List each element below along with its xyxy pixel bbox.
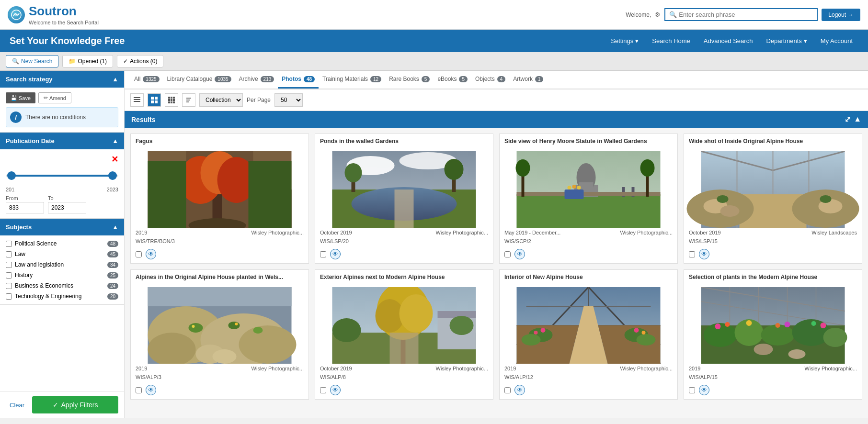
logout-arrow-icon: → xyxy=(848,11,854,18)
nav-settings[interactable]: Settings ▾ xyxy=(605,34,644,47)
photo-checkbox-6[interactable] xyxy=(320,387,326,393)
results-header: Results ⤢ ▲ xyxy=(125,111,868,128)
subject-label-technology: Technology & Engineering xyxy=(15,293,104,300)
photo-eye-button-7[interactable]: 👁 xyxy=(514,385,525,395)
sort-select[interactable]: Collection xyxy=(199,93,243,107)
photo-checkbox-3[interactable] xyxy=(504,251,511,257)
collapse-icon-3: ▲ xyxy=(112,223,118,231)
save-amend-row: 💾 Save ✏ Amend xyxy=(6,92,118,103)
actions-button[interactable]: ✓ Actions (0) xyxy=(117,55,163,67)
tab-library-catalogue[interactable]: Library Catalogue 1035 xyxy=(163,71,235,89)
svg-point-81 xyxy=(192,325,195,328)
photo-eye-button-5[interactable]: 👁 xyxy=(146,385,156,395)
subject-item-history: History 25 xyxy=(6,270,118,280)
subjects-list: Political Science 48 Law 45 Law and legi… xyxy=(0,235,124,304)
new-search-button[interactable]: 🔍 New Search xyxy=(6,55,58,67)
save-button[interactable]: 💾 Save xyxy=(6,92,35,103)
nav-search-home[interactable]: Search Home xyxy=(646,34,696,47)
view-list-button[interactable] xyxy=(130,93,144,107)
subject-count-history: 25 xyxy=(107,272,118,279)
tab-artwork[interactable]: Artwork 1 xyxy=(509,71,547,89)
subject-checkbox-political-science[interactable] xyxy=(6,241,12,247)
main-layout: Search strategy ▲ 💾 Save ✏ Amend i The xyxy=(0,71,868,418)
view-grid-2-button[interactable] xyxy=(148,93,161,107)
perpage-select[interactable]: 50 25 100 xyxy=(274,93,303,107)
svg-rect-48 xyxy=(517,192,661,196)
photo-eye-button-4[interactable]: 👁 xyxy=(699,249,709,259)
tab-archive[interactable]: Archive 213 xyxy=(235,71,278,89)
svg-point-78 xyxy=(189,323,203,333)
svg-rect-53 xyxy=(565,190,584,199)
tab-training-materials[interactable]: Training Materials 12 xyxy=(319,71,385,89)
top-search-box: 🔍 xyxy=(664,8,818,21)
photo-actions-1: 👁 xyxy=(131,247,308,263)
date-to-group: To xyxy=(48,195,86,213)
perpage-label: Per Page xyxy=(247,97,271,103)
photo-card-title-5: Alpines in the Original Alpine House pla… xyxy=(131,270,308,287)
photo-checkbox-2[interactable] xyxy=(320,251,326,257)
search-input[interactable] xyxy=(679,11,813,18)
subject-checkbox-law-legislation[interactable] xyxy=(6,262,12,268)
photo-checkbox-8[interactable] xyxy=(689,387,695,393)
photo-checkbox-4[interactable] xyxy=(689,251,695,257)
slider-thumb-left[interactable] xyxy=(7,171,16,180)
opened-button[interactable]: 📁 Opened (1) xyxy=(62,55,113,67)
expand-icon[interactable]: ⤢ xyxy=(845,115,851,124)
pub-date-header[interactable]: Publication Date ▲ xyxy=(0,133,124,149)
slider-thumb-right[interactable] xyxy=(108,171,117,180)
date-range-slider[interactable] xyxy=(6,168,118,183)
settings-gear-icon[interactable]: ⚙ xyxy=(655,11,661,18)
tab-rare-books[interactable]: Rare Books 5 xyxy=(385,71,434,89)
subjects-header[interactable]: Subjects ▲ xyxy=(0,219,124,235)
nav-advanced-search[interactable]: Advanced Search xyxy=(698,34,759,47)
photo-eye-button-6[interactable]: 👁 xyxy=(330,385,341,395)
photo-checkbox-7[interactable] xyxy=(504,387,511,393)
photo-meta-6: October 2019 Wisley Photographic... xyxy=(315,364,493,373)
photo-eye-button-3[interactable]: 👁 xyxy=(514,249,525,259)
apply-filters-button[interactable]: ✓ Apply Filters xyxy=(32,396,118,413)
tab-objects[interactable]: Objects 4 xyxy=(471,71,509,89)
subject-checkbox-history[interactable] xyxy=(6,272,12,279)
from-label: From xyxy=(6,195,44,201)
photo-actions-8: 👁 xyxy=(684,383,862,399)
collapse-results-icon[interactable]: ▲ xyxy=(854,115,861,124)
photo-checkbox-1[interactable] xyxy=(136,251,142,257)
date-from-input[interactable] xyxy=(6,202,44,213)
subject-item-technology: Technology & Engineering 20 xyxy=(6,291,118,301)
subject-checkbox-business[interactable] xyxy=(6,283,12,289)
search-strategy-header[interactable]: Search strategy ▲ xyxy=(0,71,124,88)
subject-label-political-science: Political Science xyxy=(15,240,104,247)
nav-departments[interactable]: Departments ▾ xyxy=(760,34,812,47)
subject-checkbox-technology[interactable] xyxy=(6,293,12,300)
svg-point-126 xyxy=(715,324,721,329)
subject-item-business: Business & Economics 24 xyxy=(6,280,118,291)
sidebar: Search strategy ▲ 💾 Save ✏ Amend i The xyxy=(0,71,125,418)
photo-eye-button-8[interactable]: 👁 xyxy=(699,385,709,395)
date-to-input[interactable] xyxy=(48,202,86,213)
photo-card-7: Interior of New Alpine House xyxy=(499,269,678,400)
amend-button[interactable]: ✏ Amend xyxy=(38,92,71,103)
photo-eye-button-1[interactable]: 👁 xyxy=(146,249,156,259)
logout-button[interactable]: Logout → xyxy=(822,9,860,21)
logo-area: Soutron Welcome to the Search Portal xyxy=(8,4,99,25)
search-icon: 🔍 xyxy=(669,11,677,18)
photo-checkbox-5[interactable] xyxy=(136,387,142,393)
clear-button[interactable]: Clear xyxy=(6,396,28,413)
nav-my-account[interactable]: My Account xyxy=(815,34,858,47)
photo-eye-button-2[interactable]: 👁 xyxy=(330,249,341,259)
svg-rect-42 xyxy=(517,194,661,228)
pub-date-section: Publication Date ▲ ✕ 201 2023 From xyxy=(0,133,124,219)
svg-point-109 xyxy=(541,328,546,333)
photo-date-7: 2019 xyxy=(504,366,516,371)
photo-img-8 xyxy=(684,287,862,364)
view-grid-3-button[interactable] xyxy=(165,93,178,107)
photo-ref-2: WIS/LSP/20 xyxy=(315,237,493,247)
tab-all-count: 1325 xyxy=(143,76,159,82)
photo-grid: Fagus xyxy=(125,128,868,405)
subject-checkbox-law[interactable] xyxy=(6,251,12,257)
tab-all[interactable]: All 1325 xyxy=(130,71,163,89)
tab-ebooks[interactable]: eBooks 5 xyxy=(434,71,471,89)
pub-date-title: Publication Date xyxy=(6,137,55,145)
tab-photos[interactable]: Photos 48 xyxy=(278,71,319,89)
sort-icon-button[interactable] xyxy=(182,93,195,107)
